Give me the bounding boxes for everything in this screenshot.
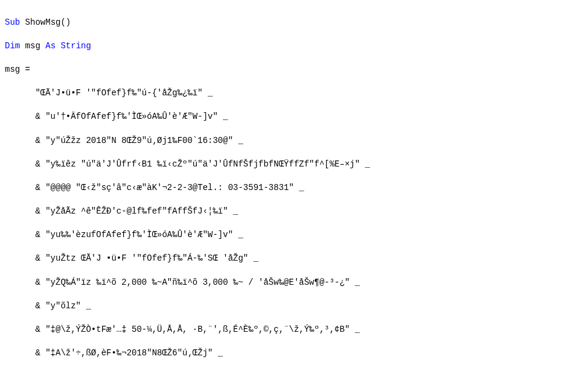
code-line-1: Sub ShowMsg() — [5, 17, 583, 29]
code-line-3: msg = — [5, 64, 583, 76]
code-line-9: & "yŽåÃz ^ê"ÊŽÐ'c-@lf‰fef"fAffŠfJ‹¦‰ï" _ — [5, 206, 583, 218]
code-line-5: & "u'†•ÄfOfAfef}f‰'ÌŒ»óA‰Û'è'Æ"W-]v" _ — [5, 111, 583, 123]
code-line-2: Dim msg As String — [5, 40, 583, 52]
code-line-12: & "yŽQ‰Á"ïz ‰ï^õ 2,000 ‰~A"ñ‰ï^õ 3,000 ‰… — [5, 277, 583, 289]
code-editor: Sub ShowMsg() Dim msg As String msg = "Œ… — [5, 5, 583, 368]
keyword-sub: Sub — [5, 17, 20, 27]
code-line-4: "ŒÃ'J•ü•F '"fOfef}f‰"ú-{'åŽg‰¿‰ï" _ — [5, 87, 583, 100]
code-line-7: & "y‰ïêz "ú"ä'J'Ûfrf‹B1 ‰ï‹cŽº"ú"ä'J'ÛfN… — [5, 159, 583, 171]
keyword-as-string: As String — [45, 41, 91, 51]
code-line-13: & "y"õlz" _ — [5, 300, 583, 312]
sub-name: ShowMsg() — [20, 17, 71, 27]
var-name: msg — [20, 41, 45, 51]
code-line-14: & "‡@\ž,ÝŽÒ•tFæ'…‡ 50-¼,Ü,Å,Å, ·B,¨',ß,É… — [5, 324, 583, 336]
code-line-8: & "@@@@ "Œ‹ž"sç'â"c‹æ"àK'¬2-2-3@Tel.: 03… — [5, 182, 583, 194]
code-line-11: & "yuŽtz ŒÃ'J •ü•F '"fOfef}f‰"Á-‰'SŒ 'åŽ… — [5, 253, 583, 265]
code-line-10: & "yu‰‰'èzufOfAfef}f‰'ÌŒ»óA‰Û'è'Æ"W-]v" … — [5, 229, 583, 241]
code-line-15: & "‡A\ž'÷,ßØ,èF•‰¬2018"N8ŒŽ6"ú‚ŒŽj" _ — [5, 347, 583, 360]
code-line-6: & "y"úŽžz 2018"N 8ŒŽ9"ú‚Øj1‰F00`16:30@" … — [5, 135, 583, 147]
keyword-dim: Dim — [5, 41, 20, 51]
